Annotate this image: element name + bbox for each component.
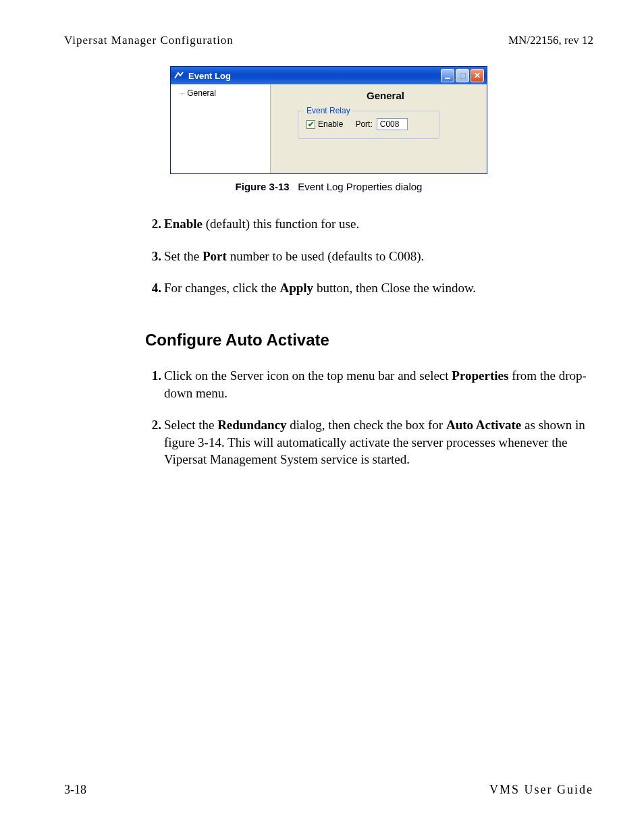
step-item: 3.Set the Port number to be used (defaul… <box>145 248 587 265</box>
step-number: 4. <box>145 279 161 297</box>
section-heading: Configure Auto Activate <box>145 331 593 350</box>
figure-text: Event Log Properties dialog <box>298 181 422 192</box>
step-number: 2. <box>145 416 161 468</box>
dialog-tree-pane: ···· General <box>171 84 271 173</box>
group-legend: Event Relay <box>304 106 353 115</box>
steps-block-b: 1.Click on the Server icon on the top me… <box>145 367 587 468</box>
footer-page-number: 3-18 <box>64 783 86 797</box>
content-title: General <box>298 90 473 101</box>
page-footer: 3-18 VMS User Guide <box>64 783 593 797</box>
dialog-content-pane: General Event Relay ✔ Enable Port: <box>271 84 487 173</box>
step-text-bold: Redundancy <box>217 418 286 432</box>
event-relay-group: Event Relay ✔ Enable Port: <box>298 111 439 139</box>
header-left: Vipersat Manager Configuration <box>64 34 234 47</box>
step-number: 3. <box>145 248 161 265</box>
port-field-wrap: Port: <box>355 118 407 130</box>
header-right: MN/22156, rev 12 <box>508 34 593 47</box>
dialog-titlebar[interactable]: Event Log ✕ <box>171 67 487 84</box>
figure-label: Figure 3-13 <box>236 181 290 192</box>
tree-branch-icon: ···· <box>179 89 184 97</box>
step-text: Set the <box>164 249 203 263</box>
tree-item-general[interactable]: ···· General <box>173 88 267 98</box>
step-text-bold: Port <box>203 249 227 263</box>
step-body: Select the Redundancy dialog, then check… <box>164 416 587 468</box>
steps-block-a: 2.Enable (default) this function for use… <box>145 215 587 297</box>
page-header: Vipersat Manager Configuration MN/22156,… <box>64 34 593 47</box>
step-body: For changes, click the Apply button, the… <box>164 279 587 297</box>
step-text: dialog, then check the box for <box>287 418 446 432</box>
step-text-bold: Properties <box>452 368 508 383</box>
step-text: (default) this function for use. <box>203 217 359 231</box>
maximize-button <box>456 69 469 82</box>
step-item: 4.For changes, click the Apply button, t… <box>145 279 587 297</box>
close-button[interactable]: ✕ <box>471 69 484 82</box>
step-item: 1.Click on the Server icon on the top me… <box>145 367 587 402</box>
enable-label: Enable <box>318 119 343 129</box>
step-text: Click on the Server icon on the top menu… <box>164 368 452 383</box>
step-number: 1. <box>145 367 161 402</box>
step-text-bold: Enable <box>164 217 203 231</box>
dialog-body: ···· General General Event Relay ✔ Enabl… <box>171 84 487 173</box>
step-text: For changes, click the <box>164 281 279 295</box>
step-text: number to be used (defaults to C008). <box>227 249 424 263</box>
step-body: Enable (default) this function for use. <box>164 215 587 233</box>
eventlog-icon <box>173 70 184 81</box>
enable-checkbox[interactable]: ✔ Enable <box>306 119 343 129</box>
step-text: button, then Close the window. <box>313 281 476 295</box>
port-label: Port: <box>355 119 372 129</box>
titlebar-buttons: ✕ <box>441 69 484 82</box>
minimize-button[interactable] <box>441 69 454 82</box>
checkbox-icon: ✔ <box>306 120 315 129</box>
event-log-dialog: Event Log ✕ ···· General General <box>170 66 487 174</box>
step-body: Click on the Server icon on the top menu… <box>164 367 587 402</box>
footer-guide-title: VMS User Guide <box>489 783 593 797</box>
step-text-bold: Apply <box>279 281 313 295</box>
figure-caption: Figure 3-13 Event Log Properties dialog <box>64 181 593 192</box>
figure-wrap: Event Log ✕ ···· General General <box>64 66 593 174</box>
step-item: 2.Enable (default) this function for use… <box>145 215 587 233</box>
step-body: Set the Port number to be used (defaults… <box>164 248 587 265</box>
step-number: 2. <box>145 215 161 233</box>
dialog-title: Event Log <box>188 71 441 81</box>
step-text: Select the <box>164 418 217 432</box>
tree-item-label: General <box>187 88 216 98</box>
step-item: 2.Select the Redundancy dialog, then che… <box>145 416 587 468</box>
step-text-bold: Auto Activate <box>446 418 521 432</box>
port-input[interactable] <box>377 118 408 130</box>
